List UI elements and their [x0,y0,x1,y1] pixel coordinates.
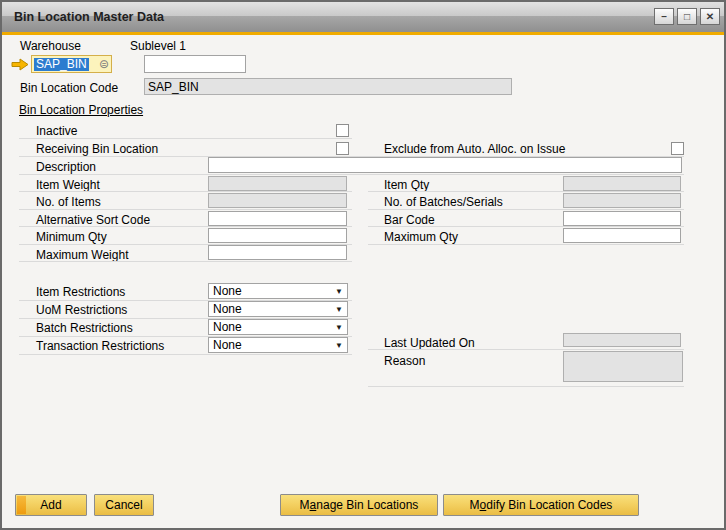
transaction-restrictions-label: Transaction Restrictions [36,339,164,353]
titlebar[interactable]: Bin Location Master Data [2,2,724,32]
item-restrictions-label: Item Restrictions [36,285,125,299]
inactive-label: Inactive [36,124,77,138]
choose-from-list-icon[interactable]: ⊜ [99,59,109,70]
bar-code-input[interactable] [563,211,681,226]
chevron-down-icon: ▼ [335,341,343,350]
maximum-weight-label: Maximum Weight [36,248,128,262]
row-separator [368,349,684,350]
uom-restrictions-dropdown[interactable]: None ▼ [208,301,348,317]
accent-line [2,32,724,35]
transaction-restrictions-dropdown[interactable]: None ▼ [208,337,348,353]
reason-label: Reason [384,354,425,368]
manage-bin-locations-button[interactable]: Manage Bin Locations [280,494,438,516]
item-qty-field [563,176,681,191]
inactive-checkbox[interactable] [336,124,349,137]
row-separator [19,138,352,139]
row-separator [368,209,684,210]
description-label: Description [36,160,96,174]
window-controls: – □ ✕ [654,8,720,25]
chevron-down-icon: ▼ [335,323,343,332]
chevron-down-icon: ▼ [335,305,343,314]
add-button-label: Add [40,498,61,512]
row-separator [19,261,352,262]
maximum-qty-label: Maximum Qty [384,230,458,244]
exclude-auto-alloc-checkbox[interactable] [671,142,684,155]
alternative-sort-code-input[interactable] [208,211,347,226]
maximum-weight-input[interactable] [208,245,347,260]
bar-code-label: Bar Code [384,213,435,227]
row-separator [19,226,352,227]
item-qty-label: Item Qty [384,178,429,192]
close-icon[interactable]: ✕ [700,8,720,25]
bin-location-master-data-window: Bin Location Master Data – □ ✕ Warehouse… [0,0,726,530]
no-of-items-field [208,193,347,208]
sublevel1-label: Sublevel 1 [130,39,186,53]
row-separator [19,209,352,210]
batch-restrictions-value: None [213,320,242,334]
maximum-qty-input[interactable] [563,228,681,243]
warehouse-field[interactable]: SAP_BIN ⊜ [31,55,112,73]
row-separator [368,386,684,387]
chevron-down-icon: ▼ [335,287,343,296]
minimum-qty-input[interactable] [208,228,347,243]
uom-restrictions-label: UoM Restrictions [36,303,127,317]
item-restrictions-dropdown[interactable]: None ▼ [208,283,348,299]
exclude-auto-alloc-label: Exclude from Auto. Alloc. on Issue [384,142,565,156]
row-separator [19,174,684,175]
row-separator [368,191,684,192]
receiving-bin-location-checkbox[interactable] [336,142,349,155]
item-weight-label: Item Weight [36,178,100,192]
last-updated-on-field [563,333,681,347]
sublevel1-input[interactable] [144,55,246,73]
warehouse-selected-text: SAP_BIN [34,58,89,71]
item-weight-field [208,176,347,191]
item-restrictions-value: None [213,284,242,298]
reason-field [563,351,683,382]
no-of-batches-serials-label: No. of Batches/Serials [384,195,503,209]
receiving-bin-location-label: Receiving Bin Location [36,142,158,156]
cancel-button[interactable]: Cancel [94,494,154,516]
no-of-batches-serials-field [563,193,681,208]
description-input[interactable] [208,157,682,173]
batch-restrictions-label: Batch Restrictions [36,321,133,335]
maximize-icon[interactable]: □ [677,8,697,25]
default-button-indicator [17,496,26,514]
row-separator [19,354,352,355]
modify-bin-location-codes-label: Modify Bin Location Codes [470,498,613,512]
minimum-qty-label: Minimum Qty [36,230,107,244]
bin-location-code-label: Bin Location Code [20,81,118,95]
row-separator [19,191,352,192]
warehouse-label: Warehouse [20,39,81,53]
last-updated-on-label: Last Updated On [384,336,475,350]
link-arrow-icon[interactable] [11,58,29,71]
minimize-icon[interactable]: – [654,8,674,25]
bin-location-code-display [144,78,512,95]
no-of-items-label: No. of Items [36,195,101,209]
window-title: Bin Location Master Data [14,10,164,24]
bin-location-properties-header: Bin Location Properties [19,103,143,117]
row-separator [368,226,684,227]
alternative-sort-code-label: Alternative Sort Code [36,213,150,227]
add-button[interactable]: Add [15,494,87,516]
cancel-button-label: Cancel [105,498,142,512]
batch-restrictions-dropdown[interactable]: None ▼ [208,319,348,335]
manage-bin-locations-label: Manage Bin Locations [300,498,419,512]
modify-bin-location-codes-button[interactable]: Modify Bin Location Codes [443,494,639,516]
row-separator [368,244,684,245]
uom-restrictions-value: None [213,302,242,316]
transaction-restrictions-value: None [213,338,242,352]
